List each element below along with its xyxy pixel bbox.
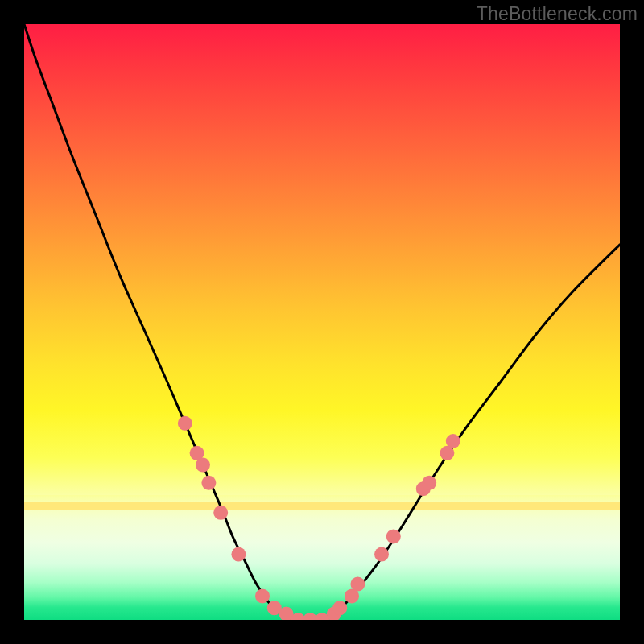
main-curve: [24, 24, 620, 620]
curve-marker: [196, 458, 210, 473]
curve-marker: [201, 476, 216, 490]
plot-area: [24, 24, 620, 620]
curve-marker: [178, 416, 192, 431]
curve-marker: [213, 506, 228, 520]
curve-marker: [374, 547, 389, 562]
chart-svg: [24, 24, 620, 620]
curve-marker: [386, 529, 401, 543]
curve-marker: [446, 434, 460, 448]
watermark-text: TheBottleneck.com: [477, 3, 638, 25]
chart-stage: TheBottleneck.com: [0, 0, 644, 644]
marker-group: [178, 416, 460, 620]
curve-marker: [422, 476, 436, 490]
curve-marker: [332, 601, 347, 615]
curve-marker: [350, 577, 365, 592]
curve-marker: [255, 588, 270, 603]
curve-marker: [231, 547, 246, 562]
